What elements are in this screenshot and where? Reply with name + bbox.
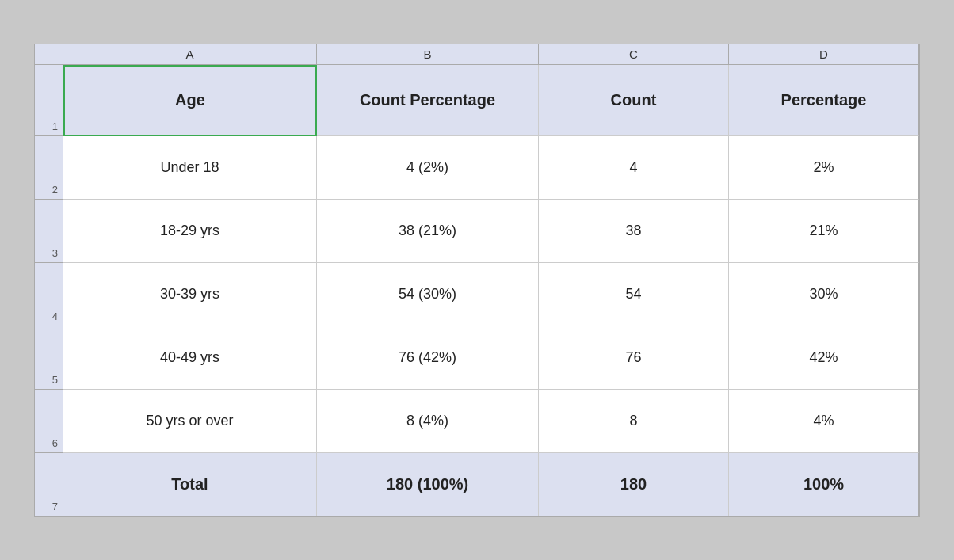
col-header-b[interactable]: B [317,44,539,65]
cell-c3[interactable]: 38 [539,200,729,263]
cell-b3[interactable]: 38 (21%) [317,200,539,263]
data-row-3: 3 18-29 yrs 38 (21%) 38 21% [35,200,919,263]
data-row-6: 6 50 yrs or over 8 (4%) 8 4% [35,390,919,453]
row-number-1: 1 [35,65,63,136]
row-number-3: 3 [35,200,63,263]
col-header-a[interactable]: A [63,44,317,65]
cell-c5[interactable]: 76 [539,326,729,390]
data-row-4: 4 30-39 yrs 54 (30%) 54 30% [35,263,919,326]
cell-c4[interactable]: 54 [539,263,729,326]
cell-a2[interactable]: Under 18 [63,136,317,200]
cell-c7[interactable]: 180 [539,453,729,516]
row-number-7: 7 [35,453,63,516]
cell-b7[interactable]: 180 (100%) [317,453,539,516]
cell-a7[interactable]: Total [63,453,317,516]
cell-b4[interactable]: 54 (30%) [317,263,539,326]
cell-c1[interactable]: Count [539,65,729,136]
cell-d6[interactable]: 4% [729,390,919,453]
col-header-d[interactable]: D [729,44,919,65]
cell-b5[interactable]: 76 (42%) [317,326,539,390]
column-headers: A B C D [35,44,919,65]
cell-b2[interactable]: 4 (2%) [317,136,539,200]
spreadsheet: A B C D 1 Age Count Percentage Count Per… [34,44,920,517]
cell-b1[interactable]: Count Percentage [317,65,539,136]
cell-a5[interactable]: 40-49 yrs [63,326,317,390]
cell-a6[interactable]: 50 yrs or over [63,390,317,453]
col-header-c[interactable]: C [539,44,729,65]
cell-c6[interactable]: 8 [539,390,729,453]
total-row: 7 Total 180 (100%) 180 100% [35,453,919,516]
cell-d3[interactable]: 21% [729,200,919,263]
cell-a3[interactable]: 18-29 yrs [63,200,317,263]
cell-c2[interactable]: 4 [539,136,729,200]
cell-d4[interactable]: 30% [729,263,919,326]
cell-d1[interactable]: Percentage [729,65,919,136]
corner-spacer [35,44,63,65]
row-number-6: 6 [35,390,63,453]
cell-d5[interactable]: 42% [729,326,919,390]
cell-a4[interactable]: 30-39 yrs [63,263,317,326]
row-number-2: 2 [35,136,63,200]
data-row-2: 2 Under 18 4 (2%) 4 2% [35,136,919,200]
cell-b6[interactable]: 8 (4%) [317,390,539,453]
data-row-5: 5 40-49 yrs 76 (42%) 76 42% [35,326,919,390]
header-row: 1 Age Count Percentage Count Percentage [35,65,919,136]
cell-a1[interactable]: Age [63,65,317,136]
cell-d7[interactable]: 100% [729,453,919,516]
table-body: 1 Age Count Percentage Count Percentage … [35,65,919,516]
row-number-5: 5 [35,326,63,390]
row-number-4: 4 [35,263,63,326]
cell-d2[interactable]: 2% [729,136,919,200]
